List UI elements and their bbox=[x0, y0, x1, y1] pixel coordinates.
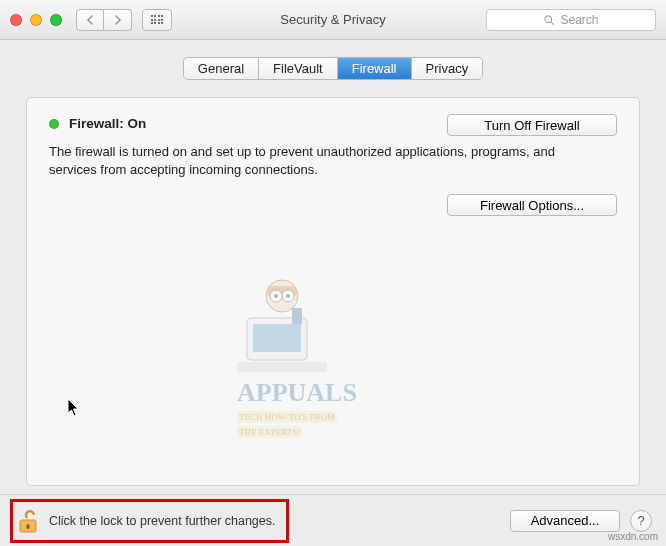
tab-bar: General FileVault Firewall Privacy bbox=[26, 58, 640, 79]
search-icon bbox=[543, 14, 555, 26]
svg-point-4 bbox=[270, 290, 282, 302]
svg-point-5 bbox=[282, 290, 294, 302]
zoom-window-button[interactable] bbox=[50, 14, 62, 26]
svg-rect-10 bbox=[237, 362, 327, 372]
lock-text: Click the lock to prevent further change… bbox=[49, 514, 276, 528]
back-button[interactable] bbox=[76, 9, 104, 31]
firewall-description: The firewall is turned on and set up to … bbox=[49, 143, 589, 178]
tab-general[interactable]: General bbox=[184, 58, 259, 79]
tab-row: General FileVault Firewall Privacy bbox=[184, 58, 482, 79]
help-button[interactable]: ? bbox=[630, 510, 652, 532]
forward-button[interactable] bbox=[104, 9, 132, 31]
firewall-panel: Firewall: On Turn Off Firewall The firew… bbox=[26, 97, 640, 486]
nav-segment bbox=[76, 9, 132, 31]
svg-rect-11 bbox=[292, 308, 302, 324]
svg-point-6 bbox=[274, 294, 278, 298]
watermark-tag1: TECH HOW-TO'S FROM bbox=[237, 411, 337, 423]
footer: Click the lock to prevent further change… bbox=[0, 494, 666, 546]
search-wrap: Search bbox=[486, 9, 656, 31]
watermark: APPUALS TECH HOW-TO'S FROM THE EXPERTS! bbox=[237, 268, 357, 438]
svg-rect-9 bbox=[253, 324, 301, 352]
source-site-label: wsxdn.com bbox=[608, 531, 658, 542]
grid-icon bbox=[151, 15, 164, 24]
lock-open-icon[interactable] bbox=[17, 508, 39, 534]
close-window-button[interactable] bbox=[10, 14, 22, 26]
footer-right: Advanced... ? bbox=[510, 510, 652, 532]
watermark-tag2: THE EXPERTS! bbox=[237, 426, 302, 438]
firewall-options-button[interactable]: Firewall Options... bbox=[447, 194, 617, 216]
svg-rect-3 bbox=[267, 286, 297, 296]
firewall-status-label: Firewall: On bbox=[69, 116, 146, 131]
chevron-left-icon bbox=[86, 15, 94, 25]
watermark-brand: APPUALS bbox=[237, 268, 357, 408]
chevron-right-icon bbox=[114, 15, 122, 25]
tab-filevault[interactable]: FileVault bbox=[259, 58, 338, 79]
search-input[interactable]: Search bbox=[486, 9, 656, 31]
svg-point-7 bbox=[286, 294, 290, 298]
lock-row-highlight: Click the lock to prevent further change… bbox=[10, 499, 289, 543]
tab-privacy[interactable]: Privacy bbox=[412, 58, 483, 79]
titlebar: Security & Privacy Search bbox=[0, 0, 666, 40]
svg-rect-8 bbox=[247, 318, 307, 360]
svg-line-1 bbox=[551, 21, 554, 24]
minimize-window-button[interactable] bbox=[30, 14, 42, 26]
tab-firewall[interactable]: Firewall bbox=[338, 58, 412, 79]
content-area: General FileVault Firewall Privacy Firew… bbox=[0, 40, 666, 494]
search-placeholder: Search bbox=[560, 13, 598, 27]
cursor-icon bbox=[67, 398, 81, 418]
status-indicator-on-icon bbox=[49, 119, 59, 129]
svg-rect-13 bbox=[27, 524, 30, 529]
svg-point-2 bbox=[266, 280, 298, 312]
preferences-window: Security & Privacy Search General FileVa… bbox=[0, 0, 666, 546]
advanced-button[interactable]: Advanced... bbox=[510, 510, 620, 532]
mascot-icon bbox=[237, 268, 327, 378]
turn-off-firewall-button[interactable]: Turn Off Firewall bbox=[447, 114, 617, 136]
show-all-button[interactable] bbox=[142, 9, 172, 31]
traffic-lights bbox=[10, 14, 62, 26]
